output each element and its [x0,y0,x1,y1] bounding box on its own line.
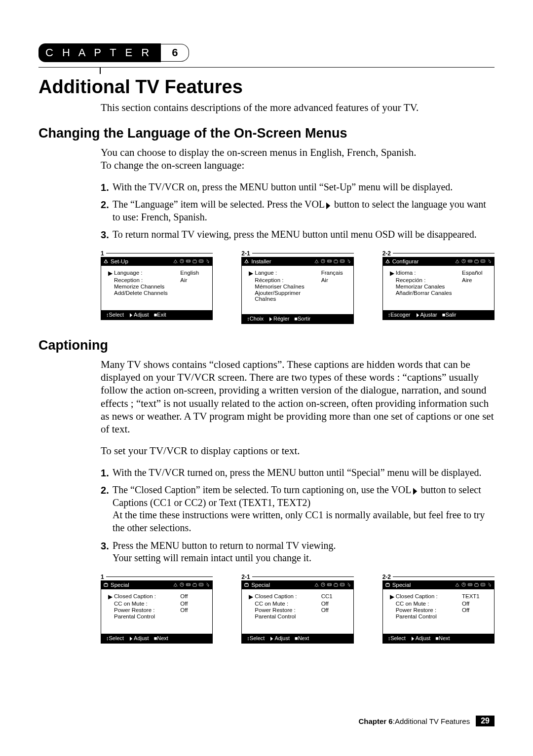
osd-panels-row-2: 1Special▶Closed Caption :OffCC on Mute :… [101,574,495,644]
panel-row: ▶Closed Caption :Off [108,593,207,600]
panel-title: Special [385,582,439,588]
row-arrow-icon [108,290,114,296]
section2-para-1: Many TV shows contains “closed captions”… [101,358,495,436]
footer-select: ↕Select [247,635,265,642]
step-item: With the TV/VCR on, press the MENU butto… [101,181,495,194]
row-key: Ajouter/Supprimer Chaînes [255,290,321,302]
row-value: Aire [462,277,489,283]
row-key: Memorizar Canales [396,284,462,289]
row-key: Memorize Channels [114,284,180,289]
section-heading-language: Changing the Language of the On-Screen M… [38,126,495,141]
panel-row: ▶Closed Caption :CC1 [249,593,348,600]
row-key: Idioma : [396,270,462,277]
panel-body: ▶Closed Caption :OffCC on Mute :OffPower… [101,589,212,634]
row-arrow-icon: ▶ [108,270,114,277]
row-value: CC1 [321,593,348,600]
row-key: CC on Mute : [114,601,180,607]
panel-header-icons [157,258,211,264]
row-value [180,613,207,619]
svg-rect-10 [334,260,337,263]
panel-row: ▶Closed Caption :TEXT1 [390,593,489,600]
steps-list-2: With the TV/VCR turned on, press the MEN… [101,467,495,565]
footer-chapter: Chapter 6 [359,717,393,725]
panel-row: Power Restore :Off [249,607,348,613]
panel-header-icons [438,258,492,264]
svg-point-14 [469,261,470,262]
steps-list-1: With the TV/VCR on, press the MENU butto… [101,181,495,241]
panel-header-icons [298,582,351,587]
row-arrow-icon [108,613,114,619]
footer-exit: ■Exit [154,312,166,318]
row-key: Mémoriser Chaînes [255,284,321,289]
panel-label: 2-2 [382,574,391,580]
svg-rect-4 [193,260,196,263]
row-arrow-icon [249,607,255,613]
row-arrow-icon [390,284,396,289]
row-value [462,290,489,296]
page-title: Additional TV Features [38,76,495,98]
row-key: Power Restore : [396,607,462,613]
row-arrow-icon: ▶ [108,593,114,600]
row-key: Añadir/Borrar Canales [396,290,462,296]
row-key: Power Restore : [255,607,321,613]
step-item: The “Closed Caption” item be selected. T… [101,484,495,534]
panel-label: 2-1 [241,250,250,257]
row-value [462,613,489,619]
row-arrow-icon [108,284,114,289]
svg-point-29 [330,584,331,585]
panel-row: Parental Control [390,613,489,619]
row-key: Langue : [255,270,321,277]
svg-rect-17 [481,260,485,263]
panel-row: Memorize Channels [108,284,207,289]
panel-label: 1 [101,250,104,257]
row-arrow-icon: ▶ [390,270,396,277]
row-key: CC on Mute : [396,601,462,607]
svg-point-28 [328,584,329,585]
footer-adjust: ▶Adjust [269,635,290,642]
panel-title: Special [244,582,298,588]
page: C H A P T E R 6 Additional TV Features T… [0,0,533,756]
panel-row: Añadir/Borrar Canales [390,290,489,296]
svg-point-8 [328,261,329,262]
panel-footer: ↕Select▶Adjust■Next [242,634,353,643]
osd-panel: 1Special▶Closed Caption :OffCC on Mute :… [101,574,213,644]
svg-rect-23 [193,584,196,587]
row-key: Add/Delete Channels [114,290,180,296]
row-arrow-icon: ▶ [249,270,255,277]
row-arrow-icon: ▶ [249,593,255,600]
chapter-header: C H A P T E R 6 [38,43,495,62]
row-key: Parental Control [255,613,321,619]
svg-rect-38 [481,583,485,586]
svg-point-22 [189,584,190,585]
step-item: Press the MENU button to return to norma… [101,540,495,565]
svg-point-2 [187,261,188,262]
panel-label: 1 [101,574,104,580]
chapter-number: 6 [161,44,189,62]
panel-footer: ↕Choix▶Régler■Sortir [242,314,353,324]
section-heading-captioning: Captioning [38,338,495,353]
row-arrow-icon [390,613,396,619]
svg-point-36 [470,584,471,585]
footer-exit: ■Salir [442,312,457,318]
row-key: Power Restore : [114,607,180,613]
row-value: Off [321,607,348,613]
panel-title: Configurar [385,258,439,264]
panel-label: 2-1 [241,574,250,580]
footer-adjust: ▶Adjust [129,635,149,642]
row-key: Language : [114,270,180,277]
footer-adjust: ▶Régler [268,316,289,322]
panel-row: Parental Control [108,613,207,619]
row-arrow-icon: ▶ [390,593,396,600]
svg-point-9 [330,261,331,262]
panel-header-icons [298,258,351,264]
footer-adjust: ▶Ajustar [416,312,437,318]
footer-select: ↕Select [106,312,124,318]
step-item: With the TV/VCR turned on, press the MEN… [101,467,495,479]
row-value [321,290,348,302]
svg-point-3 [189,261,190,262]
osd-panel: 2-1Special▶Closed Caption :CC1CC on Mute… [241,574,353,644]
row-arrow-icon [390,601,396,607]
row-key: Closed Caption : [114,593,180,600]
row-value [180,284,207,289]
panel-row: Réception :Air [249,277,348,283]
